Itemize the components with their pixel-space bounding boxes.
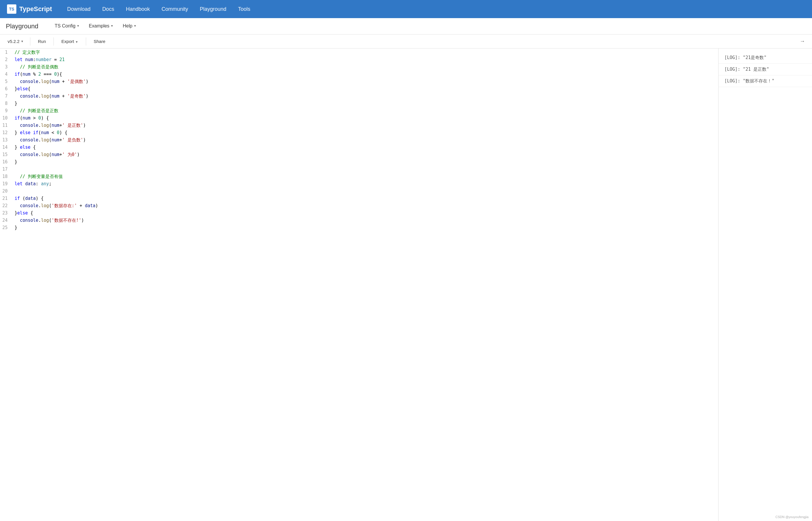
export-button[interactable]: Export ▼ — [57, 38, 82, 45]
table-row: 11 console.log(num+' 是正数') — [0, 121, 718, 129]
help-chevron: ▼ — [134, 24, 136, 27]
table-row: 25 } — [0, 224, 718, 231]
table-row: 2 let num:number = 21 — [0, 56, 718, 63]
table-row: 14 } else { — [0, 143, 718, 151]
top-navigation: TS TypeScript Download Docs Handbook Com… — [0, 0, 812, 18]
collapse-panel-button[interactable]: → — [797, 37, 807, 46]
log-entry-2: [LOG]: "21 是正数" — [719, 64, 812, 75]
toolbar-separator-2 — [53, 38, 54, 46]
table-row: 7 console.log(num + '是奇数') — [0, 92, 718, 100]
toolbar: v5.2.2 ▼ Run Export ▼ Share → — [0, 35, 812, 48]
examples-chevron: ▼ — [111, 24, 114, 27]
table-row: 20 — [0, 187, 718, 195]
tsconfig-label: TS Config — [55, 23, 75, 29]
table-row: 21 if (data) { — [0, 195, 718, 202]
export-label: Export — [61, 39, 74, 44]
nav-docs[interactable]: Docs — [96, 0, 120, 18]
table-row: 16 } — [0, 158, 718, 165]
logo-text: TypeScript — [19, 5, 52, 13]
table-row: 1 // 定义数字 — [0, 48, 718, 56]
nav-playground[interactable]: Playground — [194, 0, 232, 18]
nav-tools[interactable]: Tools — [232, 0, 256, 18]
examples-label: Examples — [89, 23, 109, 29]
tsconfig-menu[interactable]: TS Config ▼ — [50, 18, 84, 35]
share-button[interactable]: Share — [90, 38, 110, 45]
log-text-1: [LOG]: "21是奇数" — [724, 55, 766, 60]
help-label: Help — [123, 23, 133, 29]
table-row: 12 } else if(num < 0) { — [0, 129, 718, 136]
table-row: 3 // 判断是否是偶数 — [0, 63, 718, 70]
table-row: 13 console.log(num+' 是负数') — [0, 136, 718, 143]
table-row: 5 console.log(num + '是偶数') — [0, 78, 718, 85]
help-menu[interactable]: Help ▼ — [118, 18, 141, 35]
main-area: 1 // 定义数字 2 let num:number = 21 3 // 判断是… — [0, 48, 812, 521]
toolbar-separator-1 — [30, 38, 30, 46]
ts-logo-box: TS — [7, 4, 16, 14]
table-row: 18 // 判断变量是否有值 — [0, 173, 718, 180]
table-row: 17 — [0, 165, 718, 173]
tsconfig-chevron: ▼ — [76, 24, 79, 27]
table-row: 15 console.log(num+' 为0') — [0, 151, 718, 158]
table-row: 6 }else{ — [0, 85, 718, 92]
code-table: 1 // 定义数字 2 let num:number = 21 3 // 判断是… — [0, 48, 718, 231]
table-row: 8 } — [0, 100, 718, 107]
log-text-2: [LOG]: "21 是正数" — [724, 67, 769, 72]
table-row: 9 // 判断是否是正数 — [0, 107, 718, 114]
nav-community[interactable]: Community — [156, 0, 194, 18]
log-entry-3: [LOG]: "数据不存在！" — [719, 75, 812, 87]
code-editor[interactable]: 1 // 定义数字 2 let num:number = 21 3 // 判断是… — [0, 48, 719, 521]
log-text-3: [LOG]: "数据不存在！" — [724, 78, 774, 84]
table-row: 19 let data: any; — [0, 180, 718, 187]
examples-menu[interactable]: Examples ▼ — [84, 18, 118, 35]
sub-header: Playground TS Config ▼ Examples ▼ Help ▼ — [0, 18, 812, 35]
nav-download[interactable]: Download — [61, 0, 96, 18]
table-row: 4 if(num % 2 === 0){ — [0, 70, 718, 78]
table-row: 23 }else { — [0, 209, 718, 217]
table-row: 24 console.log('数据不存在!') — [0, 217, 718, 224]
output-panel: [LOG]: "21是奇数" [LOG]: "21 是正数" [LOG]: "数… — [719, 48, 812, 521]
export-chevron: ▼ — [75, 40, 78, 44]
version-label: v5.2.2 — [7, 39, 20, 44]
version-button[interactable]: v5.2.2 ▼ — [5, 38, 27, 45]
table-row: 10 if(num > 0) { — [0, 114, 718, 121]
version-chevron: ▼ — [21, 40, 24, 43]
page-title: Playground — [6, 23, 38, 30]
toolbar-separator-3 — [86, 38, 86, 46]
logo-area[interactable]: TS TypeScript — [7, 4, 52, 14]
table-row: 22 console.log('数据存在:' + data) — [0, 202, 718, 209]
watermark: CSDN @youyoufengjia — [775, 515, 809, 519]
run-button[interactable]: Run — [34, 38, 50, 45]
log-entry-1: [LOG]: "21是奇数" — [719, 52, 812, 64]
nav-handbook[interactable]: Handbook — [120, 0, 156, 18]
